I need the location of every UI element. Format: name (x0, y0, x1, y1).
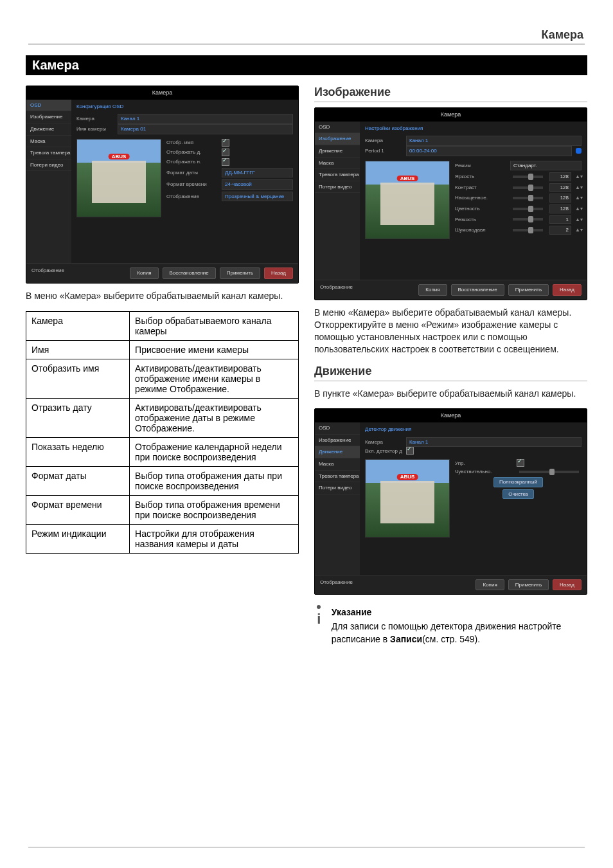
spinner[interactable]: ▲▾ (575, 206, 582, 212)
param-label: Отобр. имя (166, 140, 218, 146)
slider[interactable] (513, 229, 543, 231)
screenshot-osd: Камера OSDИзображениеДвижениеМаскаТревог… (26, 86, 299, 284)
checkbox[interactable] (222, 158, 229, 166)
spinner[interactable]: ▲▾ (575, 174, 582, 180)
param-value[interactable]: Прозрачный & мерцание (222, 192, 293, 202)
spinner[interactable]: ▲▾ (575, 195, 582, 201)
slider-value[interactable]: 128 (549, 194, 571, 203)
sidebar-item[interactable]: Изображение (315, 133, 360, 145)
field-label: Камера (365, 439, 402, 446)
screenshot-motion: Камера OSDИзображениеДвижениеМаскаТревог… (314, 408, 587, 595)
field-value[interactable]: 00:00-24:00 (406, 146, 572, 156)
spinner[interactable]: ▲▾ (575, 227, 582, 233)
table-row: Показать неделюОтображение календарной н… (26, 437, 299, 466)
slider-value[interactable]: 128 (549, 183, 571, 192)
logo-badge: ABUS (397, 474, 418, 480)
table-row: Режим индикацииНастройки для отображения… (26, 524, 299, 553)
subhead-image: Изображение (314, 86, 587, 102)
checkbox[interactable] (517, 459, 524, 467)
sidebar-item[interactable]: Движение (315, 145, 360, 158)
table-row: КамераВыбор обрабатываемого канала камер… (26, 311, 299, 340)
option-name: Камера (26, 311, 130, 340)
param-label: Отображать д. (166, 149, 218, 156)
slider-value[interactable]: 128 (549, 204, 571, 213)
footer-left: Отображение (31, 267, 64, 279)
copy-button[interactable]: Копия (475, 579, 504, 591)
slider-value[interactable]: 128 (549, 172, 571, 181)
apply-button[interactable]: Применить (508, 284, 549, 296)
sidebar-item[interactable]: Маска (315, 158, 360, 170)
field-value[interactable]: Канал 1 (406, 437, 582, 448)
restore-button[interactable]: Восстановление (451, 284, 504, 296)
checkbox[interactable] (406, 447, 414, 455)
back-button[interactable]: Назад (553, 284, 582, 296)
footer-left: Отображение (320, 579, 353, 591)
field-value[interactable]: Канал 1 (118, 114, 293, 124)
spinner[interactable]: ▲▾ (575, 185, 582, 191)
slider-value[interactable]: 1 (549, 215, 571, 224)
sidebar-item[interactable]: Маска (315, 458, 360, 471)
sidebar-item[interactable]: Маска (26, 136, 71, 148)
sidebar-item[interactable]: OSD (315, 422, 360, 435)
page-header: Камера (541, 28, 583, 42)
slider[interactable] (519, 471, 579, 473)
param-label: Отображение (166, 194, 218, 200)
slider-value[interactable]: 2 (549, 226, 571, 235)
options-table: КамераВыбор обрабатываемого канала камер… (26, 311, 299, 554)
slider-label: Контраст (455, 185, 506, 191)
sidebar-item[interactable]: Изображение (315, 435, 360, 447)
motion-button[interactable]: Полноэкранный (493, 477, 543, 487)
restore-button[interactable]: Восстановление (163, 267, 216, 279)
apply-button[interactable]: Применить (220, 267, 260, 279)
mode-value[interactable]: Стандарт. (510, 161, 582, 171)
option-name: Имя (26, 340, 130, 359)
sidebar-item[interactable]: Изображение (26, 111, 71, 123)
note-body: Для записи с помощью детектора движения … (332, 620, 587, 646)
slider[interactable] (513, 218, 543, 221)
field-label: Period 1 (365, 148, 402, 154)
sidebar-item[interactable]: Потери видео (315, 482, 360, 494)
header-rule (28, 44, 585, 44)
option-name: Отразить дату (26, 398, 130, 437)
option-name: Формат даты (26, 466, 130, 495)
back-button[interactable]: Назад (553, 579, 582, 591)
slider-label: Резкость (455, 217, 506, 223)
sidebar-item[interactable]: Потери видео (315, 181, 360, 194)
field-value[interactable]: Камера 01 (118, 124, 293, 134)
field-value[interactable]: Канал 1 (406, 136, 582, 146)
camera-preview: ABUS (76, 139, 161, 217)
sidebar-item[interactable]: OSD (26, 100, 71, 112)
option-name: Формат времени (26, 495, 130, 524)
back-button[interactable]: Назад (264, 267, 293, 279)
sidebar-item[interactable]: Тревога тампера (26, 147, 71, 159)
color-dot[interactable] (576, 148, 582, 154)
motion-button[interactable]: Очистка (502, 489, 534, 500)
sidebar-item[interactable]: Тревога тампера (315, 169, 360, 181)
checkbox[interactable] (222, 139, 229, 147)
slider[interactable] (513, 176, 543, 178)
sidebar-item[interactable]: Тревога тампера (315, 471, 360, 483)
copy-button[interactable]: Копия (418, 284, 447, 296)
motion-description: В пункте «Камера» выберите обрабатываемы… (314, 388, 587, 400)
copy-button[interactable]: Копия (130, 267, 158, 279)
slider[interactable] (513, 186, 543, 189)
sidebar-item[interactable]: Движение (26, 123, 71, 136)
sidebar-item[interactable]: OSD (315, 122, 360, 134)
slider-label: Насыщенное. (455, 195, 506, 201)
subhead-motion: Движение (314, 365, 587, 381)
shot-title: Камера (315, 108, 587, 122)
sidebar-item[interactable]: Потери видео (26, 159, 71, 172)
param-value[interactable]: ДД-ММ-ГГГГ (222, 168, 293, 178)
camera-preview: ABUS (365, 459, 450, 538)
param-value[interactable]: 24-часовой (222, 179, 293, 190)
screenshot-image: Камера OSDИзображениеДвижениеМаскаТревог… (314, 107, 587, 300)
checkbox[interactable] (222, 149, 229, 156)
slider-label: Яркость (455, 174, 506, 180)
apply-button[interactable]: Применить (508, 579, 549, 591)
slider[interactable] (513, 197, 543, 199)
table-row: ИмяПрисвоение имени камеры (26, 340, 299, 359)
param-label: Формат даты (166, 170, 218, 176)
sidebar-item[interactable]: Движение (315, 446, 360, 458)
slider[interactable] (513, 208, 543, 210)
spinner[interactable]: ▲▾ (575, 217, 582, 223)
